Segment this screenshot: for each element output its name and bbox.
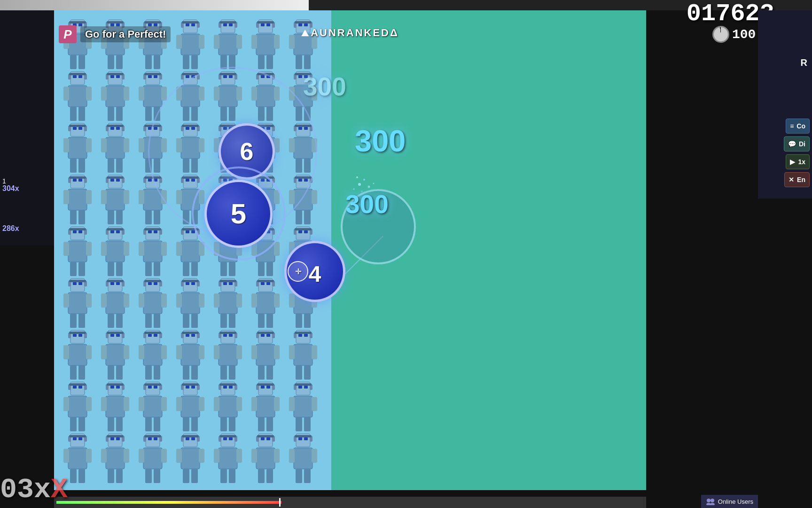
svg-point-24 (707, 499, 710, 502)
r-label: R (801, 57, 807, 68)
progress-bar-fill (0, 0, 309, 10)
game-left (54, 10, 331, 490)
multiplier-2: 286x (2, 224, 19, 233)
svg-rect-7 (54, 25, 60, 40)
game-area: P Go for a Perfect! AUNRANKEDΔ 6 5 ✛ 4 3… (54, 10, 646, 490)
svg-rect-1 (63, 14, 67, 17)
1x-label: 1x (798, 158, 805, 166)
svg-rect-2 (69, 14, 73, 17)
di-label: Di (799, 140, 805, 148)
left-panel: 1 304x 286x (0, 10, 54, 246)
svg-rect-5 (60, 12, 77, 14)
timeline-fill (56, 501, 281, 504)
timeline-marker (279, 498, 281, 507)
co-button[interactable]: ≡ Co (786, 119, 810, 134)
1x-button[interactable]: ▶ 1x (786, 154, 810, 169)
svg-rect-3 (59, 13, 62, 18)
accuracy-icon (712, 26, 729, 43)
di-button[interactable]: 💬 Di (784, 136, 810, 151)
en-button[interactable]: ✕ En (784, 172, 810, 187)
close-icon: ✕ (789, 176, 794, 183)
co-label: Co (796, 122, 805, 130)
en-label: En (797, 176, 805, 183)
timeline-bar[interactable] (54, 497, 646, 508)
users-icon (706, 498, 715, 505)
combo-1-number: 1 (2, 177, 6, 185)
bottom-combo-display: 03xX (0, 474, 68, 506)
x-label: X (51, 474, 68, 506)
sidebar: R ≡ Co 💬 Di ▶ 1x ✕ En (758, 10, 812, 198)
svg-rect-4 (75, 13, 78, 18)
game-right (331, 10, 646, 490)
svg-point-27 (710, 503, 715, 505)
list-icon: ≡ (790, 122, 794, 130)
play-icon: ▶ (790, 158, 795, 166)
combo-value: 03x (0, 474, 51, 506)
pixel-art-background (54, 10, 331, 490)
svg-point-25 (710, 499, 714, 502)
multiplier-1: 304x (2, 184, 19, 193)
online-users[interactable]: Online Users (701, 495, 758, 508)
chat-icon: 💬 (788, 140, 796, 148)
online-users-label: Online Users (718, 498, 753, 505)
